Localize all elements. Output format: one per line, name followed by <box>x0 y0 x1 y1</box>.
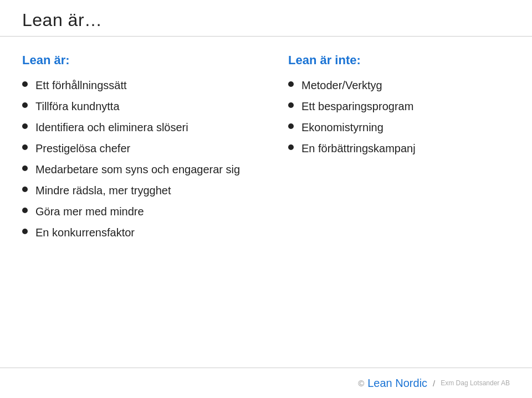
list-item: Prestigelösa chefer <box>22 141 244 156</box>
title-area: Lean är… <box>0 0 532 37</box>
list-item: Identifiera och eliminera slöseri <box>22 120 244 135</box>
list-item: En förbättringskampanj <box>288 141 510 156</box>
bullet-dot <box>288 81 294 87</box>
bullet-dot <box>22 81 28 87</box>
left-bullet-list: Ett förhållningssätt Tillföra kundnytta … <box>22 77 244 240</box>
footer: © Lean Nordic / Exm Dag Lotsander AB <box>0 368 532 398</box>
bullet-dot <box>22 229 28 234</box>
bullet-dot <box>288 144 294 150</box>
list-item: Tillföra kundnytta <box>22 99 244 114</box>
bullet-text: Metoder/Verktyg <box>301 77 382 93</box>
list-item: Metoder/Verktyg <box>288 77 510 93</box>
list-item: Ett besparingsprogram <box>288 99 510 114</box>
content-area: Lean är: Ett förhållningssätt Tillföra k… <box>0 37 532 262</box>
list-item: Ett förhållningssätt <box>22 77 244 93</box>
footer-text: © Lean Nordic / Exm Dag Lotsander AB <box>358 377 510 390</box>
bullet-dot <box>288 102 294 108</box>
bullet-text: En förbättringskampanj <box>301 141 416 156</box>
list-item: Mindre rädsla, mer trygghet <box>22 183 244 198</box>
slide-container: Lean är… Lean är: Ett förhållningssätt T… <box>0 0 532 398</box>
bullet-text: Tillföra kundnytta <box>35 99 120 114</box>
bullet-dot <box>22 208 28 213</box>
bullet-dot <box>22 144 28 150</box>
bullet-text: Identifiera och eliminera slöseri <box>35 120 188 135</box>
footer-sub-text: Exm Dag Lotsander AB <box>441 379 510 387</box>
bullet-dot <box>22 123 28 129</box>
list-item: Medarbetare som syns och engagerar sig <box>22 162 244 177</box>
list-item: Göra mer med mindre <box>22 204 244 219</box>
bullet-text: Göra mer med mindre <box>35 204 144 219</box>
slide-title: Lean är… <box>22 10 510 30</box>
footer-copyright: © <box>358 379 364 388</box>
bullet-text: Ett besparingsprogram <box>301 99 413 114</box>
bullet-text: Ett förhållningssätt <box>35 77 127 93</box>
list-item: Ekonomistyrning <box>288 120 510 135</box>
bullet-dot <box>288 123 294 129</box>
bullet-dot <box>22 187 28 192</box>
bullet-dot <box>22 102 28 108</box>
right-section-heading: Lean är inte: <box>288 53 510 68</box>
left-section-heading: Lean är: <box>22 53 244 68</box>
left-column: Lean är: Ett förhållningssätt Tillföra k… <box>22 53 255 246</box>
footer-brand: Lean Nordic <box>367 377 427 390</box>
right-bullet-list: Metoder/Verktyg Ett besparingsprogram Ek… <box>288 77 510 156</box>
footer-divider: / <box>433 379 435 388</box>
bullet-text: En konkurrensfaktor <box>35 225 135 240</box>
bullet-text: Ekonomistyrning <box>301 120 383 135</box>
bullet-text: Prestigelösa chefer <box>35 141 130 156</box>
bullet-text: Medarbetare som syns och engagerar sig <box>35 162 240 177</box>
right-column: Lean är inte: Metoder/Verktyg Ett bespar… <box>277 53 510 246</box>
bullet-dot <box>22 166 28 171</box>
list-item: En konkurrensfaktor <box>22 225 244 240</box>
bullet-text: Mindre rädsla, mer trygghet <box>35 183 171 198</box>
